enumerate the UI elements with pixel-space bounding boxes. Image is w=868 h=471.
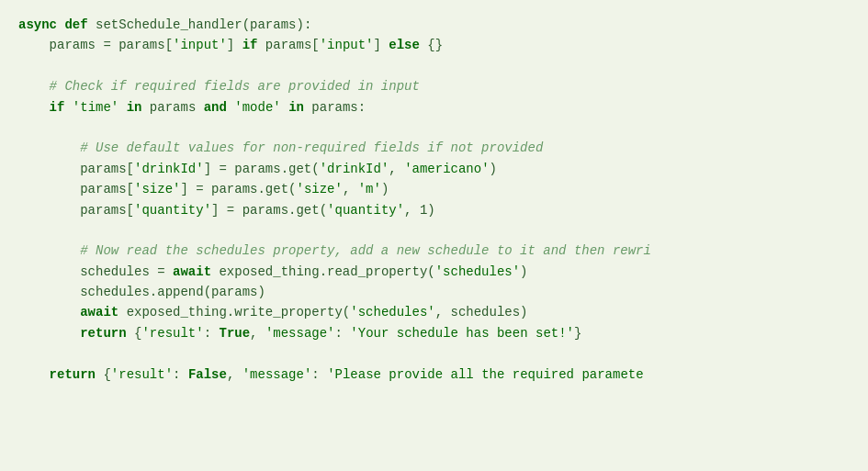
code-token-str: 'mode'	[234, 100, 280, 115]
code-token-str: 'result'	[141, 326, 203, 341]
code-line: # Now read the schedules property, add a…	[18, 241, 850, 261]
code-token-plain: ] = params.get(	[204, 162, 320, 176]
code-token-plain: )	[490, 162, 497, 176]
code-token-str: 'Please provide all the required paramet…	[327, 367, 643, 382]
code-token-kw: await	[80, 305, 118, 320]
code-token-plain: {}	[420, 38, 443, 52]
code-line: params = params['input'] if params['inpu…	[18, 35, 850, 55]
code-token-plain: exposed_thing.write_property(	[118, 305, 350, 320]
code-token-plain: params[	[18, 162, 134, 176]
code-token-plain: ,	[389, 162, 404, 176]
code-token-plain	[118, 100, 126, 115]
code-token-plain: ,	[250, 326, 265, 341]
code-token-kw: return	[50, 367, 96, 382]
code-line: return {'result': False, 'message': 'Ple…	[18, 364, 850, 385]
code-line: # Use default values for non-required fi…	[18, 138, 850, 158]
code-line: async def setSchedule_handler(params):	[18, 15, 850, 35]
code-token-plain: ,	[227, 367, 242, 382]
code-token-str: 'input'	[173, 38, 227, 52]
code-token-kw: return	[80, 326, 126, 341]
code-token-plain: }	[574, 326, 581, 341]
code-token-plain: , schedules)	[435, 305, 528, 320]
code-line	[18, 56, 850, 76]
code-token-plain: params = params[	[18, 38, 173, 52]
code-token-str: 'm'	[358, 182, 381, 196]
code-token-plain: params[	[257, 38, 319, 52]
code-token-kw: else	[389, 38, 420, 52]
code-token-plain: params	[141, 100, 203, 115]
code-token-plain: ]	[374, 38, 389, 52]
code-token-str: 'time'	[73, 100, 118, 115]
code-token-kw: in	[127, 100, 142, 115]
code-token-plain: {	[96, 367, 111, 382]
code-viewer: async def setSchedule_handler(params): p…	[0, 0, 868, 471]
code-token-str: 'drinkId'	[134, 162, 204, 176]
code-token-plain: , 1)	[404, 203, 435, 218]
code-token-str: 'size'	[134, 182, 180, 196]
code-token-kw: False	[188, 367, 227, 382]
code-token-plain	[64, 100, 72, 115]
code-line	[18, 220, 850, 241]
code-token-plain: ] = params.get(	[180, 182, 296, 196]
code-token-kw: in	[288, 100, 304, 115]
code-token-str: 'schedules'	[350, 305, 434, 320]
code-token-kw: await	[173, 264, 211, 279]
code-token-plain: schedules =	[18, 264, 173, 279]
code-token-plain	[281, 100, 288, 115]
code-token-plain: :	[204, 326, 220, 341]
code-token-str: 'americano'	[404, 162, 489, 176]
code-token-plain: exposed_thing.read_property(	[211, 264, 435, 279]
code-token-plain: :	[173, 367, 188, 382]
code-line	[18, 343, 850, 364]
code-token-kw: and	[204, 100, 227, 115]
code-line: await exposed_thing.write_property('sche…	[18, 302, 850, 322]
code-line: params['size'] = params.get('size', 'm')	[18, 179, 850, 199]
code-token-str: 'Your schedule has been set!'	[350, 326, 574, 341]
code-token-str: 'drinkId'	[320, 162, 389, 176]
code-line: params['drinkId'] = params.get('drinkId'…	[18, 159, 850, 179]
code-token-str: 'message'	[265, 326, 335, 341]
code-line: params['quantity'] = params.get('quantit…	[18, 200, 850, 220]
code-token-plain: :	[335, 326, 351, 341]
code-token-plain: params:	[304, 100, 366, 115]
code-token-str: 'input'	[320, 38, 374, 52]
code-token-plain	[18, 305, 80, 320]
code-token-str: 'quantity'	[327, 203, 404, 218]
code-token-str: 'result'	[111, 367, 173, 382]
code-token-kw: True	[219, 326, 250, 341]
code-token-plain: setSchedule_handler(params):	[88, 17, 312, 32]
code-token-comment: # Now read the schedules property, add a…	[18, 243, 651, 258]
code-token-plain: ,	[343, 182, 358, 196]
code-token-comment: # Check if required fields are provided …	[18, 79, 420, 94]
code-token-plain	[18, 326, 80, 341]
code-line	[18, 118, 850, 138]
code-token-plain: ] = params.get(	[211, 203, 327, 218]
code-token-plain: schedules.append(params)	[18, 285, 265, 299]
code-line: schedules.append(params)	[18, 282, 850, 302]
code-line: if 'time' in params and 'mode' in params…	[18, 97, 850, 118]
code-token-str: 'message'	[242, 367, 312, 382]
code-token-plain: )	[520, 264, 527, 279]
code-line: return {'result': True, 'message': 'Your…	[18, 323, 850, 343]
code-line: # Check if required fields are provided …	[18, 76, 850, 96]
code-token-str: 'size'	[296, 182, 342, 196]
code-token-kw: if	[242, 38, 258, 52]
code-token-str: 'schedules'	[435, 264, 520, 279]
code-token-plain: {	[127, 326, 142, 341]
code-token-plain: params[	[18, 182, 134, 196]
code-token-plain: :	[311, 367, 327, 382]
code-token-str: 'quantity'	[134, 203, 211, 218]
code-token-plain	[18, 100, 50, 115]
code-line: schedules = await exposed_thing.read_pro…	[18, 262, 850, 282]
code-token-comment: # Use default values for non-required fi…	[18, 140, 543, 155]
code-token-kw: def	[64, 17, 87, 32]
code-token-kw: if	[50, 100, 65, 115]
code-token-plain: )	[381, 182, 389, 196]
code-token-plain	[18, 367, 50, 382]
code-token-plain: params[	[18, 203, 134, 218]
code-token-plain: ]	[227, 38, 242, 52]
code-token-kw: async	[18, 17, 57, 32]
